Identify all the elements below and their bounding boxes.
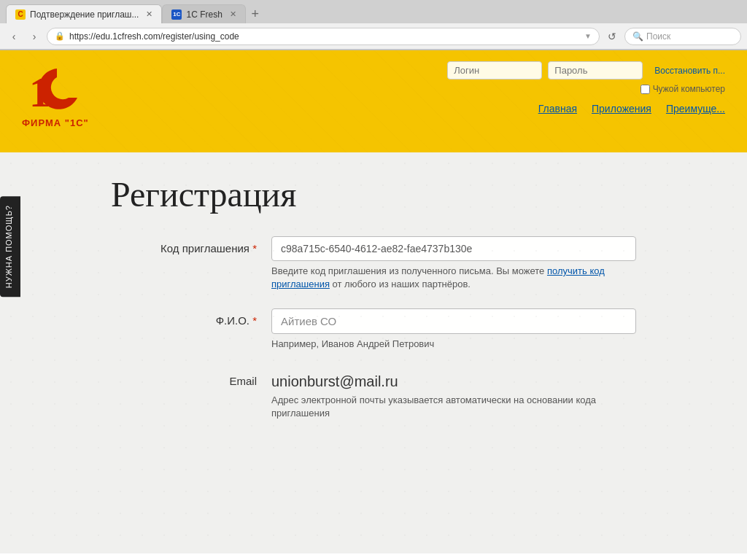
full-name-field-area: Например, Иванов Андрей Петрович — [271, 308, 636, 351]
site-header: 1 ФИРМА "1С" Восстановить п... Чужой ком… — [0, 50, 747, 152]
full-name-label: Ф.И.О. * — [111, 308, 257, 327]
url-text: https://edu.1cfresh.com/register/using_c… — [69, 31, 580, 42]
search-placeholder: Поиск — [646, 31, 670, 42]
header-content: 1 ФИРМА "1С" Восстановить п... Чужой ком… — [0, 50, 747, 128]
tab-inactive[interactable]: 1C 1С Fresh ✕ — [162, 4, 245, 23]
invitation-code-row: Код приглашения * Введите код приглашени… — [111, 236, 636, 291]
full-name-hint: Например, Иванов Андрей Петрович — [271, 338, 636, 351]
invitation-code-field-area: Введите код приглашения из полученного п… — [271, 236, 636, 291]
tab-label-2: 1С Fresh — [186, 9, 222, 20]
url-dropdown-icon[interactable]: ▼ — [584, 32, 592, 40]
page-title: Регистрация — [111, 174, 636, 214]
header-right: Восстановить п... Чужой компьютер Главна… — [447, 61, 725, 114]
back-button[interactable]: ‹ — [6, 28, 22, 44]
invitation-required-star: * — [252, 242, 257, 254]
url-bar[interactable]: 🔒 https://edu.1cfresh.com/register/using… — [47, 28, 600, 45]
reload-button[interactable]: ↺ — [604, 28, 620, 44]
registration-form: Код приглашения * Введите код приглашени… — [111, 236, 636, 420]
tab-label-1: Подтверждение приглаш... — [30, 9, 139, 20]
full-name-required-star: * — [252, 314, 257, 327]
email-row: Email unionburst@mail.ru Адрес электронн… — [111, 369, 636, 420]
browser-chrome: С Подтверждение приглаш... ✕ 1C 1С Fresh… — [0, 0, 747, 50]
tab-active[interactable]: С Подтверждение приглаш... ✕ — [6, 4, 162, 23]
full-name-input[interactable] — [271, 308, 636, 334]
tab-favicon-1: С — [15, 9, 26, 20]
password-input[interactable] — [548, 61, 643, 79]
email-label: Email — [111, 369, 257, 387]
login-input[interactable] — [447, 61, 542, 79]
invitation-code-label: Код приглашения * — [111, 236, 257, 254]
alien-computer-row: Чужой компьютер — [640, 84, 725, 94]
restore-link[interactable]: Восстановить п... — [654, 66, 725, 76]
logo-svg: 1 — [26, 61, 85, 116]
firma-label: ФИРМА "1С" — [22, 117, 89, 128]
invitation-code-hint: Введите код приглашения из полученного п… — [271, 265, 636, 291]
alien-computer-checkbox[interactable] — [640, 85, 650, 94]
help-sidebar[interactable]: НУЖНА ПОМОЩЬ? — [0, 196, 20, 297]
tab-bar: С Подтверждение приглаш... ✕ 1C 1С Fresh… — [0, 0, 747, 23]
tab-close-2[interactable]: ✕ — [230, 9, 236, 19]
nav-apps[interactable]: Приложения — [592, 103, 651, 114]
alien-computer-label: Чужой компьютер — [653, 84, 725, 94]
invitation-code-input[interactable] — [271, 236, 636, 261]
tab-favicon-2: 1C — [171, 9, 182, 20]
forward-button[interactable]: › — [26, 28, 42, 44]
new-tab-button[interactable]: + — [246, 4, 265, 23]
search-bar[interactable]: 🔍 Поиск — [624, 28, 741, 45]
main-content: НУЖНА ПОМОЩЬ? Регистрация Код приглашени… — [0, 152, 747, 553]
full-name-row: Ф.И.О. * Например, Иванов Андрей Петрови… — [111, 308, 636, 351]
tab-close-1[interactable]: ✕ — [146, 9, 152, 19]
login-row: Восстановить п... — [447, 61, 725, 79]
search-icon: 🔍 — [632, 31, 643, 42]
logo-area: 1 ФИРМА "1С" — [22, 61, 89, 128]
nav-benefits[interactable]: Преимуще... — [666, 103, 725, 114]
main-inner: Регистрация Код приглашения * Введите ко… — [82, 174, 665, 420]
lock-icon: 🔒 — [55, 31, 65, 41]
email-field-area: unionburst@mail.ru Адрес электронной поч… — [271, 369, 636, 420]
nav-home[interactable]: Главная — [538, 103, 577, 114]
nav-links: Главная Приложения Преимуще... — [538, 103, 725, 114]
email-hint: Адрес электронной почты указывается авто… — [271, 394, 636, 420]
address-bar: ‹ › 🔒 https://edu.1cfresh.com/register/u… — [0, 23, 747, 50]
email-value: unionburst@mail.ru — [271, 369, 636, 390]
